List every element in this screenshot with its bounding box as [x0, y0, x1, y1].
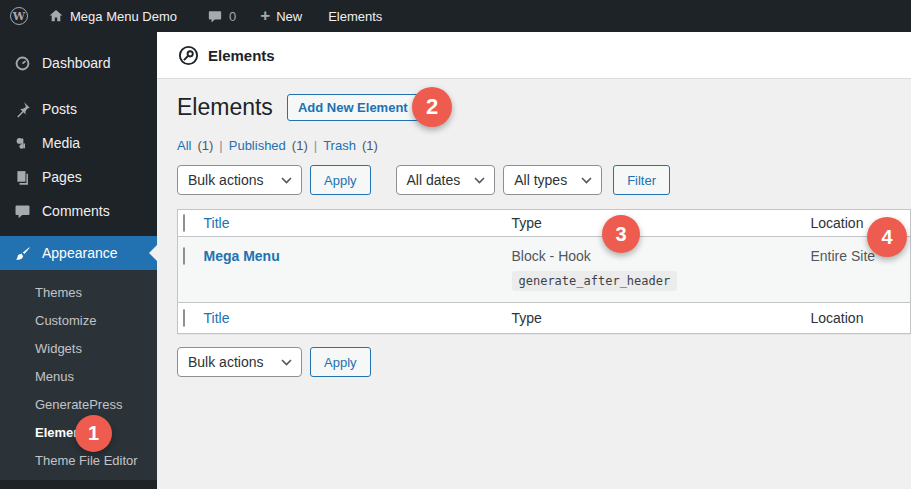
submenu-label: Theme File Editor [35, 453, 138, 468]
chevron-down-icon [281, 359, 292, 366]
submenu-item-theme-file-editor[interactable]: Theme File Editor [0, 446, 157, 474]
admin-bar-page-label: Elements [328, 9, 382, 24]
view-published-count: (1) [292, 138, 308, 153]
view-trash-link[interactable]: Trash [323, 138, 356, 153]
submenu-label: Widgets [35, 341, 82, 356]
column-footer-title[interactable]: Title [204, 310, 230, 326]
view-separator: | [314, 138, 317, 153]
step-badge-2: 2 [412, 87, 452, 127]
list-filter-views: All (1) | Published (1) | Trash (1) [177, 138, 911, 153]
comment-icon [12, 201, 32, 221]
submenu-item-generatepress[interactable]: GeneratePress [0, 390, 157, 418]
sidebar-item-label: Comments [42, 203, 110, 219]
column-header-title[interactable]: Title [204, 215, 230, 231]
bulk-actions-value: Bulk actions [188, 172, 263, 188]
chevron-down-icon [581, 177, 592, 184]
site-name-label: Mega Menu Demo [70, 9, 177, 24]
title-row: Elements Add New Element [177, 94, 911, 121]
view-published-link[interactable]: Published [229, 138, 286, 153]
all-dates-value: All dates [407, 172, 461, 188]
sidebar-item-label: Media [42, 135, 80, 151]
elements-page-header: Elements [157, 32, 911, 79]
row-checkbox[interactable] [183, 247, 185, 265]
sidebar-item-label: Appearance [42, 245, 118, 261]
submenu-item-menus[interactable]: Menus [0, 362, 157, 390]
admin-bar-comments[interactable]: 0 [201, 0, 242, 32]
step-badge-1: 1 [75, 415, 112, 452]
dashboard-gauge-icon [12, 53, 32, 73]
chevron-down-icon [281, 177, 292, 184]
bulk-actions-select-bottom[interactable]: Bulk actions [177, 347, 302, 377]
chevron-down-icon [474, 177, 485, 184]
new-label: New [276, 9, 302, 24]
admin-bar-site-name[interactable]: Mega Menu Demo [42, 0, 183, 32]
all-types-select[interactable]: All types [503, 165, 602, 195]
paintbrush-icon [12, 243, 32, 263]
element-location: Entire Site [811, 248, 876, 264]
bulk-actions-select[interactable]: Bulk actions [177, 165, 302, 195]
step-badge-4: 4 [867, 217, 907, 257]
sidebar-item-comments[interactable]: Comments [0, 194, 157, 228]
column-header-location: Location [811, 215, 864, 231]
sidebar-item-pages[interactable]: Pages [0, 160, 157, 194]
apply-button[interactable]: Apply [310, 165, 371, 195]
view-all-count: (1) [197, 138, 213, 153]
pages-icon [12, 167, 32, 187]
tablenav-bottom: Bulk actions Apply [177, 347, 911, 377]
column-footer-location: Location [811, 310, 864, 326]
media-icon [12, 133, 32, 153]
main-content: Elements Elements Add New Element All (1… [157, 32, 911, 489]
view-separator: | [219, 138, 222, 153]
appearance-submenu: Themes Customize Widgets Menus GenerateP… [0, 270, 157, 480]
table-row: Mega Menu Block - Hook generate_after_he… [178, 237, 911, 303]
step-badge-3: 3 [602, 215, 640, 253]
select-all-checkbox[interactable] [183, 214, 185, 232]
submenu-label: Menus [35, 369, 74, 384]
view-trash-count: (1) [362, 138, 378, 153]
admin-bar: W Mega Menu Demo 0 + New Elements [0, 0, 911, 32]
submenu-label: GeneratePress [35, 397, 122, 412]
column-header-type: Type [512, 215, 542, 231]
submenu-label: Themes [35, 285, 82, 300]
home-icon [48, 8, 64, 24]
submenu-label: Customize [35, 313, 96, 328]
view-all-link[interactable]: All [177, 138, 191, 153]
element-type: Block - Hook [512, 248, 811, 264]
admin-bar-current-page[interactable]: Elements [322, 0, 388, 32]
sidebar-item-label: Dashboard [42, 55, 111, 71]
submenu-item-customize[interactable]: Customize [0, 306, 157, 334]
add-new-element-button[interactable]: Add New Element [287, 94, 419, 121]
admin-bar-new[interactable]: + New [254, 0, 308, 32]
wordpress-admin-screen: W Mega Menu Demo 0 + New Elements [0, 0, 911, 489]
all-types-value: All types [514, 172, 567, 188]
menu-separator [0, 80, 157, 92]
page-wrap: Elements Add New Element All (1) | Publi… [157, 79, 911, 377]
sidebar-item-appearance[interactable]: Appearance [0, 236, 157, 270]
table-footer-row: Title Type Location [178, 303, 911, 334]
submenu-item-themes[interactable]: Themes [0, 278, 157, 306]
apply-button-bottom[interactable]: Apply [310, 347, 371, 377]
submenu-item-widgets[interactable]: Widgets [0, 334, 157, 362]
generatepress-logo-icon [178, 45, 199, 66]
select-all-checkbox-bottom[interactable] [183, 309, 185, 327]
sidebar-item-posts[interactable]: Posts [0, 92, 157, 126]
element-hook-code: generate_after_header [512, 271, 678, 291]
table-header-row: Title Type Location [178, 210, 911, 237]
sidebar-item-label: Posts [42, 101, 77, 117]
tablenav-top: Bulk actions Apply All dates All types F… [177, 165, 911, 195]
column-footer-type: Type [512, 310, 542, 326]
wordpress-logo-icon[interactable]: W [10, 7, 28, 25]
page-header-title: Elements [208, 47, 275, 64]
sidebar-item-label: Pages [42, 169, 82, 185]
all-dates-select[interactable]: All dates [396, 165, 496, 195]
element-title-link[interactable]: Mega Menu [204, 248, 280, 264]
current-menu-arrow-icon [149, 245, 157, 261]
page-title: Elements [177, 94, 273, 121]
sidebar-item-dashboard[interactable]: Dashboard [0, 46, 157, 80]
plus-icon: + [260, 7, 270, 24]
filter-button[interactable]: Filter [613, 165, 670, 195]
wordpress-logo-letter: W [13, 10, 25, 23]
comments-count: 0 [229, 9, 236, 24]
bulk-actions-value: Bulk actions [188, 354, 263, 370]
sidebar-item-media[interactable]: Media [0, 126, 157, 160]
